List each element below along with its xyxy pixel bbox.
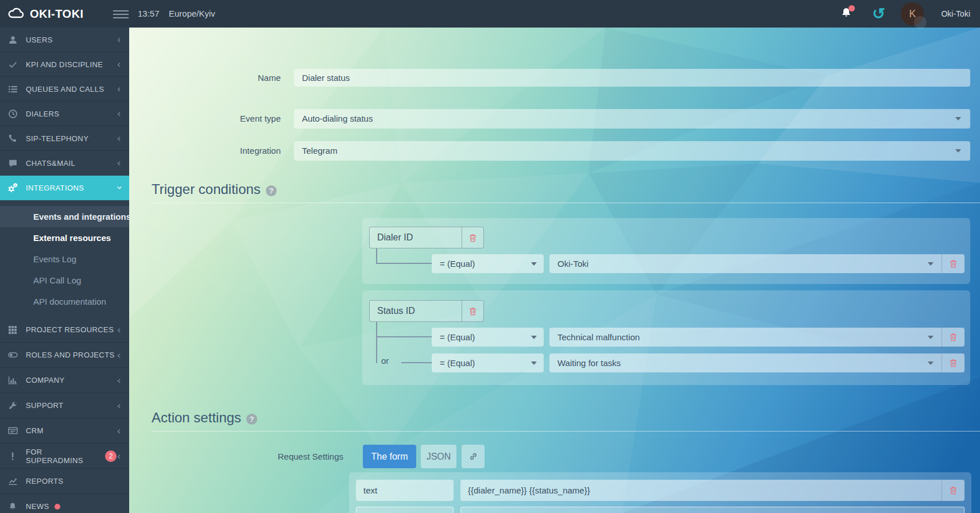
value-select[interactable]: Oki-Toki bbox=[549, 254, 942, 273]
sidebar-item-queues[interactable]: QUEUES AND CALLS bbox=[0, 77, 129, 102]
sidebar-item-dialers[interactable]: DIALERS bbox=[0, 102, 129, 126]
delete-condition-button[interactable] bbox=[462, 301, 483, 321]
caret-down-icon bbox=[531, 262, 537, 266]
tab-json[interactable]: JSON bbox=[421, 445, 456, 468]
sidebar-item-label: USERS bbox=[26, 36, 53, 44]
sidebar-item-label: INTEGRATIONS bbox=[26, 184, 84, 192]
sidebar-item-label: ROLES AND PROJECTS bbox=[26, 351, 115, 359]
submenu-item-api-documentation[interactable]: API documentation bbox=[0, 291, 129, 312]
value-field: Waiting for tasks bbox=[549, 353, 964, 372]
sidebar-item-users[interactable]: USERS bbox=[0, 28, 129, 52]
avatar-letter: K bbox=[909, 8, 916, 20]
superadmins-count-badge: 2 bbox=[105, 450, 117, 462]
bar-chart-icon bbox=[7, 375, 18, 386]
condition-field-box[interactable]: Dialer ID bbox=[369, 227, 484, 248]
chevron-left-icon bbox=[117, 350, 121, 360]
condition-row: = (Equal) Oki-Toki bbox=[432, 254, 964, 273]
operator-select[interactable]: = (Equal) bbox=[432, 328, 544, 347]
list-icon bbox=[7, 84, 18, 94]
sidebar-item-news[interactable]: NEWS bbox=[0, 494, 129, 513]
sidebar-item-support[interactable]: SUPPORT bbox=[0, 393, 129, 418]
delete-value-button[interactable] bbox=[942, 353, 964, 372]
delete-param-button[interactable] bbox=[942, 480, 964, 501]
delete-condition-button[interactable] bbox=[462, 227, 483, 248]
delete-value-button[interactable] bbox=[942, 328, 964, 347]
caret-down-icon bbox=[531, 336, 537, 339]
name-label: Name bbox=[129, 69, 281, 87]
chevron-left-icon bbox=[117, 34, 121, 45]
heading-text: Trigger conditions bbox=[152, 181, 261, 197]
value-text: Technical malfunction bbox=[557, 332, 640, 342]
submenu-item-api-call-log[interactable]: API Call Log bbox=[0, 270, 129, 291]
logo[interactable]: OKI-TOKI bbox=[7, 0, 84, 28]
check-icon bbox=[7, 59, 18, 69]
wrench-icon bbox=[7, 401, 18, 411]
connector-line bbox=[376, 322, 377, 363]
sidebar: USERS KPI AND DISCIPLINE QUEUES AND CALL… bbox=[0, 28, 129, 513]
param-key-input[interactable] bbox=[356, 480, 454, 501]
gears-icon bbox=[7, 182, 18, 193]
topbar-right: ↺ K Oki-Toki bbox=[840, 0, 970, 28]
integration-label: Integration bbox=[129, 141, 281, 161]
help-icon[interactable] bbox=[266, 185, 277, 196]
sidebar-item-integrations[interactable]: INTEGRATIONS bbox=[0, 176, 129, 200]
chain-link-icon bbox=[470, 454, 476, 460]
integration-select[interactable]: Telegram bbox=[294, 141, 970, 161]
sidebar-item-reports[interactable]: REPORTS bbox=[0, 469, 129, 494]
connector-line bbox=[376, 263, 432, 264]
tab-the-form[interactable]: The form bbox=[363, 445, 416, 468]
help-icon[interactable] bbox=[246, 414, 257, 425]
chevron-left-icon bbox=[117, 84, 121, 94]
param-value-input[interactable] bbox=[460, 480, 942, 501]
sidebar-item-label: NEWS bbox=[26, 502, 49, 511]
submenu-item-external-resources[interactable]: External resources bbox=[0, 227, 129, 248]
chevron-left-icon bbox=[117, 325, 121, 335]
delete-value-button[interactable] bbox=[942, 254, 964, 273]
caret-down-icon bbox=[955, 117, 961, 121]
condition-row: = (Equal) Waiting for tasks bbox=[432, 353, 964, 372]
sidebar-item-project-resources[interactable]: PROJECT RESOURCES bbox=[0, 317, 129, 343]
value-select[interactable]: Technical malfunction bbox=[549, 328, 942, 347]
new-param-value-input[interactable] bbox=[460, 507, 964, 513]
sidebar-item-label: KPI AND DISCIPLINE bbox=[26, 60, 103, 69]
new-param-key-input[interactable] bbox=[356, 507, 454, 513]
connector-line bbox=[401, 362, 432, 363]
submenu-item-events-and-integrations[interactable]: Events and integrations bbox=[0, 206, 129, 227]
hamburger-menu-icon[interactable] bbox=[113, 8, 129, 20]
sidebar-item-label: CHATS&MAIL bbox=[26, 159, 75, 168]
condition-field-name: Status ID bbox=[370, 301, 462, 321]
notifications-bell-icon[interactable] bbox=[840, 7, 854, 21]
operator-select[interactable]: = (Equal) bbox=[432, 254, 544, 273]
chevron-left-icon bbox=[117, 108, 121, 119]
name-input[interactable] bbox=[294, 69, 970, 87]
caret-down-icon bbox=[955, 149, 961, 153]
history-icon[interactable]: ↺ bbox=[871, 7, 886, 21]
section-divider bbox=[152, 203, 980, 203]
account-name: Oki-Toki bbox=[941, 9, 970, 18]
chevron-left-icon bbox=[117, 133, 121, 143]
sidebar-item-roles-projects[interactable]: ROLES AND PROJECTS bbox=[0, 343, 129, 368]
operator-select[interactable]: = (Equal) bbox=[432, 353, 544, 372]
link-button[interactable] bbox=[462, 445, 485, 468]
sidebar-item-chats[interactable]: CHATS&MAIL bbox=[0, 151, 129, 176]
action-settings-heading: Action settings bbox=[152, 410, 257, 426]
event-type-value: Auto-dialing status bbox=[302, 114, 373, 123]
event-type-select[interactable]: Auto-dialing status bbox=[294, 109, 970, 129]
grid-icon bbox=[7, 325, 18, 335]
sidebar-item-superadmins[interactable]: FOR SUPERADMINS 2 bbox=[0, 444, 129, 469]
caret-down-icon bbox=[928, 336, 933, 339]
condition-field-box[interactable]: Status ID bbox=[369, 300, 484, 322]
join-or-label: or bbox=[381, 356, 389, 366]
sidebar-item-sip[interactable]: SIP-TELEPHONY bbox=[0, 126, 129, 151]
sidebar-item-kpi[interactable]: KPI AND DISCIPLINE bbox=[0, 52, 129, 77]
value-select[interactable]: Waiting for tasks bbox=[549, 353, 942, 372]
avatar[interactable]: K bbox=[901, 2, 924, 25]
sidebar-item-crm[interactable]: CRM bbox=[0, 418, 129, 444]
sidebar-item-label: CRM bbox=[26, 426, 44, 435]
sidebar-item-company[interactable]: COMPANY bbox=[0, 368, 129, 393]
operator-value: = (Equal) bbox=[440, 358, 475, 368]
sidebar-item-label: DIALERS bbox=[26, 110, 59, 118]
submenu-item-events-log[interactable]: Events Log bbox=[0, 248, 129, 270]
request-params-panel bbox=[349, 472, 971, 513]
operator-value: = (Equal) bbox=[440, 332, 475, 342]
